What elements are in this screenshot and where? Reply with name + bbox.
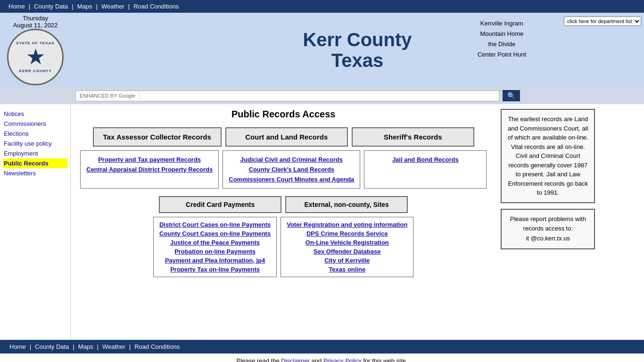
privacy-link[interactable]: Privacy Policy <box>323 357 362 362</box>
court-sub-col: Judicial Civil and Criminal Records Coun… <box>223 150 360 189</box>
tax-assessor-box[interactable]: Tax Assessor Collector Records <box>93 127 222 147</box>
sex-offender-link[interactable]: Sex Offender Database <box>287 247 407 256</box>
for-text: for this web site. <box>363 357 407 362</box>
property-tax-link[interactable]: Property and Tax payment Records <box>86 155 213 165</box>
dept-dropdown-block[interactable]: click here for department list <box>564 16 641 26</box>
nav-home[interactable]: Home <box>5 2 29 11</box>
header: Thursday August 11, 2022 STATE OF TEXAS … <box>0 13 644 87</box>
nav-weather[interactable]: Weather <box>98 2 128 11</box>
city-kerrville-link[interactable]: City of Kerrville <box>287 256 407 265</box>
county-court-payments-link[interactable]: County Court Cases on-line Payments <box>159 229 271 238</box>
sidebar-item-commissioners[interactable]: Commissioners <box>3 119 67 129</box>
payment-links-row: District Court Cases on-line Payments Co… <box>80 217 487 277</box>
page-title: Public Records Access <box>80 109 487 120</box>
footer-county-data[interactable]: County Data <box>31 342 73 351</box>
top-nav: Home | County Data | Maps | Weather | Ro… <box>0 0 644 13</box>
record-sub-row: Property and Tax payment Records Central… <box>80 150 487 189</box>
report-email: it @co.kerr.tx.us <box>526 235 570 242</box>
sidebar-item-elections[interactable]: Elections <box>3 129 67 139</box>
sheriff-box[interactable]: Sheriff's Records <box>352 127 474 147</box>
footer-home[interactable]: Home <box>6 342 30 351</box>
footer-maps[interactable]: Maps <box>74 342 97 351</box>
search-bar-inner: ENHANCED BY Google <box>75 90 500 101</box>
texas-online-link[interactable]: Texas online <box>287 265 407 274</box>
report-box: Please report problems with records acce… <box>501 209 595 249</box>
and-text: and <box>312 357 322 362</box>
footer-nav: Home | County Data | Maps | Weather | Ro… <box>0 340 644 354</box>
city-1: Kerrville Ingram <box>478 18 526 29</box>
info-box: The earliest records are Land and Commis… <box>501 109 595 203</box>
sidebar-item-public-records[interactable]: Public Records <box>3 158 67 168</box>
jail-bond-link[interactable]: Jail and Bond Records <box>370 155 480 165</box>
commissioners-court-link[interactable]: Commissioners Court Minutes and Agenda <box>229 174 354 184</box>
date-line1: Thursday <box>23 15 48 22</box>
sidebar-item-employment[interactable]: Employment <box>3 148 67 158</box>
search-button[interactable]: 🔍 <box>503 90 520 101</box>
county-clerk-link[interactable]: County Clerk's Land Records <box>229 165 354 174</box>
cities-block: Kerrville Ingram Mountain Home the Divid… <box>478 18 526 60</box>
footer-bottom: Please read the Disclaimer and Privacy P… <box>0 354 644 362</box>
disclaimer-link[interactable]: Disclaimer <box>281 357 310 362</box>
property-tax-online-link[interactable]: Property Tax on-line Payments <box>159 265 271 274</box>
city-4: Center Point Hunt <box>478 49 526 60</box>
content-area: Public Records Access Tax Assessor Colle… <box>71 104 496 340</box>
search-bar: ENHANCED BY Google 🔍 <box>0 87 644 104</box>
search-enhanced-label: ENHANCED BY Google <box>76 91 140 100</box>
footer-weather[interactable]: Weather <box>99 342 129 351</box>
dept-select[interactable]: click here for department list <box>564 16 641 26</box>
star-icon: ★ <box>16 46 54 68</box>
payment-header-row: Credit Card Payments External, non-count… <box>80 196 487 213</box>
central-appraisal-link[interactable]: Central Appraisal District Property Reco… <box>86 165 213 174</box>
county-name-line1: Kerr County <box>303 29 412 50</box>
county-name-line2: Texas <box>331 50 383 71</box>
report-text: Please report problems with records acce… <box>510 215 586 232</box>
search-input[interactable] <box>140 91 499 101</box>
court-land-box[interactable]: Court and Land Records <box>225 127 348 147</box>
external-links-col: Voter Registration and voting informatio… <box>281 217 413 277</box>
justice-peace-payments-link[interactable]: Justice of the Peace Payments <box>159 238 271 247</box>
judicial-civil-link[interactable]: Judicial Civil and Criminal Records <box>229 155 354 165</box>
city-3: the Divide <box>478 39 526 49</box>
voter-registration-link[interactable]: Voter Registration and voting informatio… <box>287 220 407 229</box>
external-sites-box[interactable]: External, non-county, Sites <box>285 196 408 213</box>
header-logo-area: Thursday August 11, 2022 STATE OF TEXAS … <box>0 13 71 87</box>
sidebar: Notices Commissioners Elections Facility… <box>0 104 71 340</box>
county-seal: STATE OF TEXAS ★ KERR COUNTY <box>7 29 64 85</box>
probation-payments-link[interactable]: Probation on-line Payments <box>159 247 271 256</box>
tax-sub-col: Property and Tax payment Records Central… <box>80 150 219 189</box>
record-boxes-top: Tax Assessor Collector Records Court and… <box>80 127 487 147</box>
content-with-right: Public Records Access Tax Assessor Colle… <box>71 104 600 340</box>
credit-card-links-col: District Court Cases on-line Payments Co… <box>153 217 277 277</box>
footer-road-conditions[interactable]: Road Conditions <box>131 342 183 351</box>
sidebar-item-newsletters[interactable]: Newsletters <box>3 168 67 178</box>
payment-plea-link[interactable]: Payment and Plea Information, jp4 <box>159 256 271 265</box>
main-content: Notices Commissioners Elections Facility… <box>0 104 644 340</box>
district-court-payments-link[interactable]: District Court Cases on-line Payments <box>159 220 271 229</box>
nav-road-conditions[interactable]: Road Conditions <box>130 2 182 11</box>
date-line2: August 11, 2022 <box>13 22 58 29</box>
nav-county-data[interactable]: County Data <box>30 2 72 11</box>
sidebar-item-facility[interactable]: Facility use policy <box>3 139 67 148</box>
disclaimer-pre: Please read the <box>237 357 280 362</box>
county-title-block: Kerr County Texas <box>71 13 644 87</box>
nav-maps[interactable]: Maps <box>74 2 96 11</box>
right-panel: The earliest records are Land and Commis… <box>496 104 600 340</box>
city-2: Mountain Home <box>478 29 526 39</box>
sidebar-item-notices[interactable]: Notices <box>3 109 67 119</box>
sheriff-sub-col: Jail and Bond Records <box>364 150 487 189</box>
credit-card-box[interactable]: Credit Card Payments <box>159 196 281 213</box>
vehicle-registration-link[interactable]: On-Line Vehicle Registration <box>287 238 407 247</box>
dps-crime-link[interactable]: DPS Crime Records Service <box>287 229 407 238</box>
